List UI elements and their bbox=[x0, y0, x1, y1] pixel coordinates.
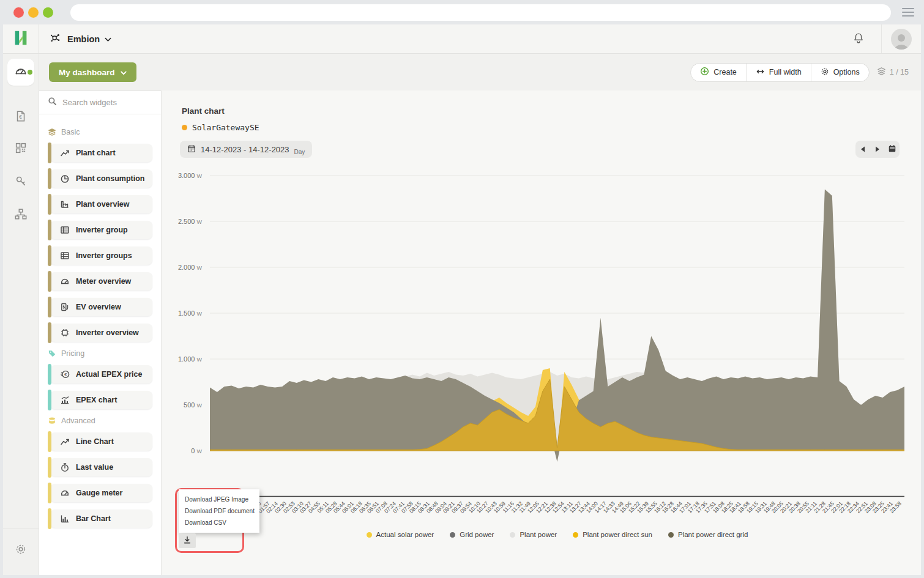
options-button[interactable]: Options bbox=[811, 64, 869, 81]
x-axis-tick: 18:25 bbox=[720, 500, 734, 514]
legend-dot bbox=[668, 532, 674, 538]
toolbar-button-group: Create Full width Options bbox=[690, 63, 869, 82]
x-axis-tick: 17:18 bbox=[687, 500, 701, 514]
legend-item-plant-power-direct-grid[interactable]: Plant power direct grid bbox=[668, 531, 748, 538]
x-axis-tick: 18:58 bbox=[737, 500, 751, 514]
menu-item-download-csv[interactable]: Download CSV bbox=[179, 517, 259, 528]
chevron-down-icon bbox=[121, 68, 127, 77]
date-range-label: 14-12-2023 - 14-12-2023 bbox=[201, 145, 289, 154]
h-logo-icon bbox=[12, 29, 30, 50]
key-icon bbox=[14, 174, 28, 190]
x-axis-tick: 14:17 bbox=[594, 500, 608, 514]
widget-item-last-value[interactable]: Last value bbox=[50, 458, 152, 476]
window-zoom-button[interactable] bbox=[43, 7, 53, 18]
x-axis-tick: 10:27 bbox=[476, 500, 490, 514]
widget-item-meter-overview[interactable]: Meter overview bbox=[50, 272, 152, 291]
prev-period-button[interactable] bbox=[855, 141, 870, 158]
menu-item-download-jpeg-image[interactable]: Download JPEG Image bbox=[179, 494, 259, 505]
dashboard-selector-label: My dashboard bbox=[59, 68, 115, 77]
widget-title: Plant chart bbox=[182, 106, 225, 116]
legend-dot bbox=[573, 532, 578, 538]
x-axis-tick: 23:41 bbox=[880, 500, 894, 514]
widget-item-bar-chart[interactable]: Bar Chart bbox=[50, 509, 152, 528]
widget-item-epex-chart[interactable]: EPEX chart bbox=[50, 391, 152, 409]
next-period-button[interactable] bbox=[870, 141, 885, 158]
full-width-label: Full width bbox=[769, 68, 802, 76]
section-label: Advanced bbox=[61, 417, 95, 425]
x-axis-tick: 09:21 bbox=[442, 500, 456, 514]
legend-item-actual-solar-power[interactable]: Actual solar power bbox=[367, 531, 434, 538]
window-minimize-button[interactable] bbox=[28, 7, 39, 18]
legend-label: Plant power direct sun bbox=[583, 531, 652, 538]
x-axis-tick: 10:10 bbox=[468, 500, 482, 514]
x-axis-tick: 04:55 bbox=[307, 500, 321, 514]
section-header-advanced: Advanced bbox=[48, 417, 152, 425]
calendar-picker-button[interactable] bbox=[885, 141, 900, 158]
rail-item-widgets[interactable] bbox=[7, 136, 34, 163]
database-icon bbox=[48, 417, 56, 425]
widget-item-line-chart[interactable]: Line Chart bbox=[50, 432, 152, 451]
user-avatar[interactable] bbox=[891, 29, 912, 50]
section-header-basic: Basic bbox=[48, 128, 152, 136]
window-controls bbox=[13, 7, 53, 18]
nav-rail: € bbox=[3, 54, 39, 575]
widget-item-label: Plant overview bbox=[76, 200, 130, 209]
line-chart-icon bbox=[60, 148, 70, 158]
pie-chart-icon bbox=[60, 174, 70, 183]
rail-item-access-keys[interactable] bbox=[7, 169, 34, 196]
legend-dot bbox=[450, 532, 455, 538]
legend-label: Grid power bbox=[460, 531, 494, 538]
widget-item-inverter-overview[interactable]: Inverter overview bbox=[50, 324, 152, 342]
notifications-button[interactable] bbox=[836, 24, 882, 53]
download-button[interactable] bbox=[179, 533, 196, 548]
create-label: Create bbox=[713, 68, 737, 76]
x-axis-tick: 09:04 bbox=[434, 500, 448, 514]
window-close-button[interactable] bbox=[13, 7, 24, 18]
create-button[interactable]: Create bbox=[691, 64, 746, 81]
rail-item-organization[interactable] bbox=[7, 202, 34, 229]
menu-item-download-pdf-document[interactable]: Download PDF document bbox=[179, 505, 259, 517]
x-axis-tick: 05:11 bbox=[316, 500, 330, 514]
legend-label: Plant power direct grid bbox=[678, 531, 748, 538]
legend-item-plant-power-direct-sun[interactable]: Plant power direct sun bbox=[573, 531, 652, 538]
widget-item-plant-chart[interactable]: Plant chart bbox=[50, 144, 152, 162]
accent-bar bbox=[48, 508, 51, 529]
rail-item-settings[interactable] bbox=[7, 537, 34, 564]
widget-item-inverter-groups[interactable]: Inverter groups bbox=[50, 246, 152, 265]
calendar-icon bbox=[888, 144, 896, 155]
date-range-button[interactable]: 14-12-2023 - 14-12-2023 Day bbox=[180, 141, 312, 158]
rail-item-dashboard[interactable] bbox=[7, 59, 34, 86]
widget-item-plant-overview[interactable]: Plant overview bbox=[50, 195, 152, 213]
widget-item-gauge-meter[interactable]: Gauge meter bbox=[50, 484, 152, 502]
x-axis-tick: 16:12 bbox=[653, 500, 667, 514]
org-selector[interactable]: Embion bbox=[39, 24, 121, 53]
x-axis-tick: 23:58 bbox=[889, 500, 903, 514]
app-logo[interactable] bbox=[3, 24, 39, 53]
x-axis-tick: 20:38 bbox=[788, 500, 802, 514]
legend-item-grid-power[interactable]: Grid power bbox=[450, 531, 494, 538]
rail-item-invoices[interactable]: € bbox=[7, 104, 34, 131]
widget-item-plant-consumption[interactable]: Plant consumption bbox=[50, 169, 152, 188]
svg-text:€: € bbox=[64, 372, 67, 377]
widget-item-ev-overview[interactable]: EV overview bbox=[50, 298, 152, 316]
address-bar[interactable] bbox=[70, 4, 891, 21]
x-axis-tick: 11:32 bbox=[510, 500, 524, 514]
x-axis-tick: 08:48 bbox=[425, 500, 439, 514]
dashboard-selector-button[interactable]: My dashboard bbox=[49, 62, 136, 82]
accent-bar bbox=[48, 245, 51, 266]
x-axis-tick: 19:15 bbox=[745, 500, 759, 514]
search-input[interactable] bbox=[62, 98, 170, 107]
x-axis-tick: 12:05 bbox=[526, 500, 540, 514]
widget-item-actual-epex-price[interactable]: €Actual EPEX price bbox=[50, 365, 152, 383]
x-axis-tick: 13:11 bbox=[561, 500, 575, 514]
widget-item-inverter-group[interactable]: Inverter group bbox=[50, 221, 152, 239]
dashboard-gauge-icon bbox=[13, 64, 28, 81]
legend-item-plant-power[interactable]: Plant power bbox=[510, 531, 557, 538]
x-axis-tick: 05:44 bbox=[332, 500, 346, 514]
widget-item-label: Gauge meter bbox=[76, 489, 122, 497]
x-axis-tick: 10:59 bbox=[493, 500, 507, 514]
search-icon bbox=[48, 97, 57, 108]
x-axis-tick: 11:49 bbox=[518, 500, 532, 514]
full-width-button[interactable]: Full width bbox=[746, 64, 811, 81]
browser-menu-icon[interactable] bbox=[902, 8, 914, 17]
